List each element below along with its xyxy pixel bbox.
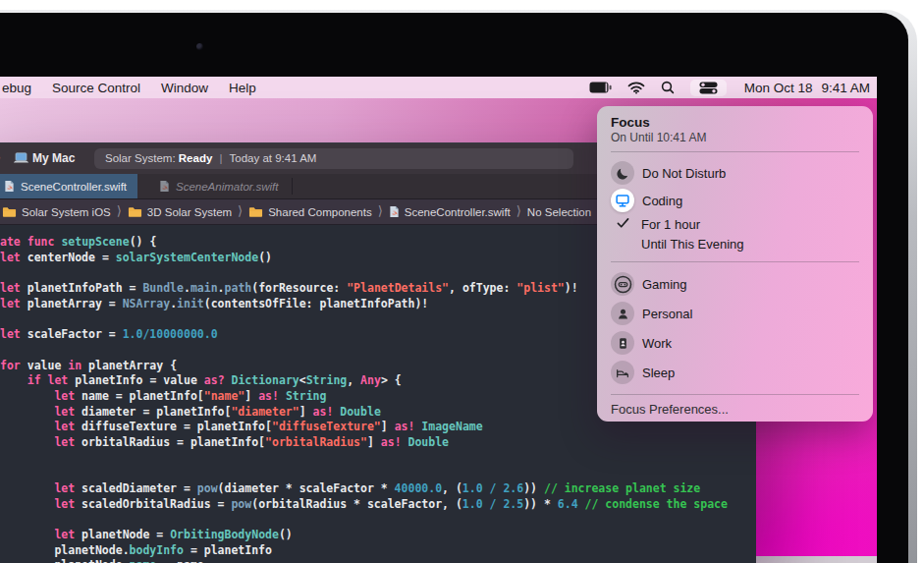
menu-bar: ebugSource ControlWindowHelp — [0, 77, 877, 98]
breadcrumb-chevron-icon: ⟩ — [117, 203, 122, 218]
focus-mode-personal[interactable]: Personal — [611, 299, 859, 328]
breadcrumb-label: SceneController.swift — [405, 206, 511, 218]
code-line: planetNode.name = name — [0, 558, 728, 563]
divider — [611, 151, 859, 152]
focus-mode-label: Sleep — [642, 366, 675, 380]
code-line: let scaledOrbitalRadius = pow(orbitalRad… — [0, 497, 728, 513]
menu-item[interactable]: Window — [161, 81, 208, 95]
focus-subtitle: On Until 10:41 AM — [611, 131, 859, 144]
status-time: Today at 9:41 AM — [230, 152, 317, 164]
code-line: let planetNode = OrbitingBodyNode() — [0, 528, 728, 543]
focus-mode-coding[interactable]: Coding — [611, 187, 859, 214]
focus-duration-label: Until This Evening — [641, 237, 744, 252]
focus-mode-gaming[interactable]: Gaming — [611, 269, 859, 299]
checkmark-icon — [611, 215, 634, 233]
gamecontroller-icon — [611, 272, 634, 296]
tab-separator — [292, 178, 293, 195]
swift-file-icon — [159, 180, 170, 193]
badge-icon — [611, 331, 634, 355]
activity-status-bar[interactable]: Solar System: Ready | Today at 9:41 AM — [94, 148, 573, 169]
menu-item[interactable]: Help — [229, 81, 256, 95]
moon-icon — [611, 161, 634, 185]
menu-bar-clock[interactable]: Mon Oct 18 9:41 AM — [744, 81, 870, 95]
code-line: let orbitalRadius = planetInfo["orbitalR… — [0, 435, 728, 451]
focus-mode-label: Work — [642, 336, 672, 351]
tab-label: SceneAnimator.swift — [176, 181, 278, 193]
my-mac-icon — [13, 152, 29, 164]
folder-icon — [128, 206, 142, 218]
focus-mode-sleep[interactable]: Sleep — [611, 358, 859, 387]
focus-preferences-button[interactable]: Focus Preferences... — [611, 402, 859, 417]
focus-mode-label: Gaming — [642, 277, 687, 292]
tab-label: SceneController.swift — [21, 181, 127, 193]
breadcrumb-label: 3D Solar System — [147, 206, 232, 218]
editor-tab[interactable]: SceneAnimator.swift — [145, 174, 292, 198]
focus-mode-label: Personal — [642, 307, 692, 321]
focus-primary-modes: Do Not DisturbCoding — [611, 159, 859, 214]
menu-items: ebugSource ControlWindowHelp — [0, 81, 256, 95]
menu-item[interactable]: Source Control — [52, 81, 140, 95]
spotlight-search-icon[interactable] — [661, 81, 675, 94]
breadcrumb-label: Shared Components — [268, 206, 371, 218]
swift-file-icon — [4, 180, 15, 193]
focus-other-modes: GamingPersonalWorkSleep — [611, 269, 859, 387]
bed-icon — [611, 361, 634, 384]
facetime-camera — [196, 43, 203, 50]
code-line — [0, 451, 728, 467]
breadcrumb-item[interactable]: SceneController.swift — [389, 205, 511, 218]
breadcrumb-label: Solar System iOS — [22, 206, 111, 218]
focus-mode-label: Do Not Disturb — [642, 166, 726, 181]
focus-mode-do-not-disturb[interactable]: Do Not Disturb — [611, 159, 859, 187]
code-line: let scaledDiameter = pow(diameter * scal… — [0, 481, 728, 497]
battery-icon[interactable] — [589, 82, 612, 93]
code-line: planetNode.bodyInfo = planetInfo — [0, 543, 728, 559]
person-icon — [611, 302, 634, 325]
code-line — [0, 466, 728, 481]
editor-tab[interactable]: SceneController.swift — [0, 174, 137, 198]
divider — [611, 261, 859, 262]
breadcrumb-item[interactable]: 3D Solar System — [128, 206, 232, 218]
focus-mode-label: Coding — [642, 194, 682, 208]
wifi-icon[interactable] — [627, 82, 645, 94]
breadcrumb-label: No Selection — [527, 206, 591, 218]
breadcrumb-chevron-icon: ⟩ — [378, 203, 383, 218]
control-center-icon[interactable] — [690, 80, 727, 96]
focus-menu-panel: Focus On Until 10:41 AM Do Not DisturbCo… — [597, 106, 873, 422]
divider — [611, 394, 859, 395]
status-project: Solar System: — [105, 152, 176, 164]
desktop-screen: ebugSource ControlWindowHelp — [0, 77, 877, 563]
focus-title: Focus — [611, 115, 859, 131]
focus-duration-option[interactable]: For 1 hour — [611, 214, 859, 235]
breadcrumb-item[interactable]: Solar System iOS — [2, 206, 111, 218]
swift-file-icon — [389, 205, 400, 218]
run-destination[interactable]: My Mac — [32, 151, 75, 165]
menu-bar-date: Mon Oct 18 — [744, 81, 813, 95]
breadcrumb-item[interactable]: Shared Components — [248, 206, 371, 218]
display-icon — [611, 189, 634, 212]
focus-duration-option[interactable]: Until This Evening — [611, 235, 859, 255]
breadcrumb-item[interactable]: No Selection — [527, 206, 591, 218]
macbook-marketing-screenshot: ebugSource ControlWindowHelp — [0, 0, 924, 563]
menu-bar-time: 9:41 AM — [821, 81, 870, 95]
menu-bar-status-items: Mon Oct 18 9:41 AM — [589, 80, 877, 96]
status-state: Ready — [179, 152, 213, 164]
folder-icon — [2, 206, 17, 218]
folder-icon — [248, 206, 263, 218]
code-line — [0, 512, 728, 528]
breadcrumb-chevron-icon: ⟩ — [238, 203, 243, 218]
breadcrumb-chevron-icon: ⟩ — [516, 203, 521, 218]
scheme-chevron-icon: ⟩ — [0, 150, 1, 165]
focus-mode-work[interactable]: Work — [611, 328, 859, 358]
code-line: let diffuseTexture = planetInfo["diffuse… — [0, 420, 728, 435]
focus-duration-label: For 1 hour — [641, 217, 700, 232]
status-separator: | — [220, 152, 223, 164]
menu-item[interactable]: ebug — [2, 81, 31, 95]
focus-duration-options: For 1 hourUntil This Evening — [611, 214, 859, 254]
